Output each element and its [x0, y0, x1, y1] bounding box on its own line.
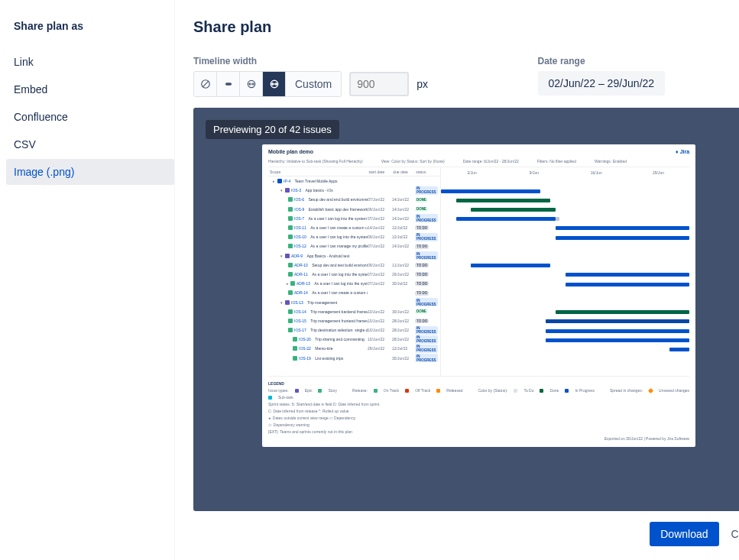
timeline-width-label: Timeline width	[193, 56, 428, 66]
table-row: IOS-9 Establish basic app dev framework0…	[268, 205, 440, 214]
table-row: IOS-17 Trip destination selection: singl…	[268, 325, 440, 335]
width-option-medium-icon[interactable]	[240, 72, 263, 96]
table-row: ▾ADR-9 App Basics - Android testIN PROGR…	[268, 251, 440, 261]
table-row: IOS-15 Trip management frontend framewor…	[268, 316, 440, 325]
sidebar: Share plan as Link Embed Confluence CSV …	[0, 0, 175, 560]
jira-logo: ♦ Jira	[676, 149, 689, 154]
sidebar-item-embed[interactable]: Embed	[6, 76, 174, 102]
width-option-custom[interactable]: Custom	[286, 72, 341, 96]
custom-width-input[interactable]	[349, 72, 409, 96]
page-title: Share plan	[193, 18, 739, 36]
date-range-value[interactable]: 02/Jun/22 – 29/Jun/22	[538, 71, 666, 95]
sidebar-item-link[interactable]: Link	[6, 49, 174, 75]
table-row: ▾IOS-13 Trip managementIN PROGRESS	[268, 297, 440, 306]
sidebar-item-image[interactable]: Image (.png)	[6, 159, 174, 185]
table-row: IOS-11 As a user I can create a custom u…	[268, 223, 440, 232]
download-button[interactable]: Download	[650, 522, 718, 546]
table-row: ADR-11 As a user I can log into the syst…	[268, 270, 440, 279]
sidebar-item-csv[interactable]: CSV	[6, 131, 174, 157]
date-range-label: Date range	[538, 56, 666, 66]
table-row: IOS-12 As a user I can manage my profile…	[268, 241, 440, 251]
legend: LEGEND Issue types: Epic StoryRelease: O…	[268, 376, 689, 441]
sub-dates: Date range: 6/Jun/22 - 28/Jun/22	[463, 159, 519, 163]
table-row: IOS-6 Setup dev and end build environmen…	[268, 195, 440, 204]
sub-warnings: Warnings: Enabled	[595, 159, 627, 163]
svg-line-1	[202, 81, 208, 87]
width-segmented-control: Custom	[193, 71, 342, 97]
table-row: ▸IP-4 Team Travel Mobile Apps	[268, 176, 440, 186]
table-row: ADR-14 As a user I can create a custom u…	[268, 288, 440, 297]
date-range-group: Date range 02/Jun/22 – 29/Jun/22	[538, 56, 666, 95]
sub-hierarchy: Hierarchy: Initiative to Sub-task (Showi…	[268, 159, 363, 163]
preview-image: Mobile plan demo ♦ Jira Hierarchy: Initi…	[262, 144, 695, 447]
sub-filters: Filters: No filter applied	[537, 159, 576, 163]
controls-row: Timeline width Custom px Date range 02/J…	[193, 56, 739, 97]
svg-rect-2	[225, 83, 231, 86]
sidebar-item-confluence[interactable]: Confluence	[6, 104, 174, 130]
dialog-footer: Download Cancel	[193, 522, 739, 546]
sub-view: View: Color by Status: Sort by (None)	[381, 159, 445, 163]
table-row: IOS-22 Memo-tize29/Jun/2212/Jul/22IN PRO…	[268, 344, 440, 353]
preview-container: Previewing 20 of 42 issues Mobile plan d…	[193, 108, 739, 511]
table-row: IOS-7 As a user I can log into the syste…	[268, 214, 440, 223]
table-row: IOS-10 As a user I can log into the syst…	[268, 232, 440, 241]
cancel-button[interactable]: Cancel	[731, 528, 740, 540]
width-option-small-icon[interactable]	[217, 72, 240, 96]
plan-title: Mobile plan demo	[268, 149, 313, 154]
table-row: ▸ADR-13 As a user I can log into the sys…	[268, 279, 440, 288]
sidebar-title: Share plan as	[6, 12, 174, 49]
timeline-width-group: Timeline width Custom px	[193, 56, 428, 97]
table-row: IOS-14 Trip management backend framework…	[268, 307, 440, 316]
width-option-none-icon[interactable]	[194, 72, 217, 96]
table-row: ▾IOS-3 App basics - iOsIN PROGRESS	[268, 186, 440, 195]
px-label: px	[416, 78, 428, 90]
table-row: ADR-10 Setup dev and test build environm…	[268, 261, 440, 270]
table-row: IOS-20 Trip sharing and commenting10/Jun…	[268, 335, 440, 344]
width-option-large-icon[interactable]	[263, 72, 286, 96]
preview-badge: Previewing 20 of 42 issues	[206, 120, 339, 139]
main: Share plan Timeline width Custom px Date…	[175, 0, 739, 560]
table-row: IOS-19 List existing trips30/Jun/22IN PR…	[268, 354, 440, 363]
